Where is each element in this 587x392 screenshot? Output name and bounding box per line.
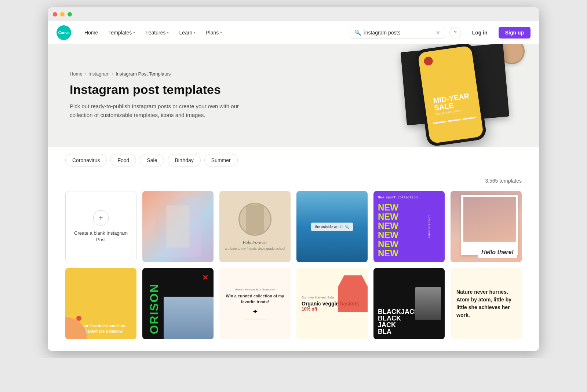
browser-window: Canva Home Templates ▾ Features ▾ Learn … bbox=[48, 7, 539, 351]
template-watercolor-woman[interactable] bbox=[142, 191, 214, 262]
signup-button[interactable]: Sign up bbox=[499, 27, 531, 39]
search-icon: 🔍 bbox=[354, 29, 361, 36]
login-button[interactable]: Log in bbox=[466, 27, 494, 39]
breadcrumb: Home › Instagram › Instagram Post Templa… bbox=[70, 71, 246, 77]
features-chevron-icon: ▾ bbox=[167, 30, 169, 34]
search-area: 🔍 ✕ ? Log in Sign up bbox=[350, 27, 531, 39]
hello-text: Hello there! bbox=[478, 247, 517, 258]
template-grid: + Create a blank Instagram Post Pals For… bbox=[48, 187, 539, 351]
template-count-bar: 3,565 templates bbox=[48, 174, 539, 187]
close-dot[interactable] bbox=[53, 12, 57, 17]
canva-logo[interactable]: Canva bbox=[56, 25, 71, 40]
nav-home[interactable]: Home bbox=[80, 27, 102, 39]
template-sport-collection[interactable]: New sport collection NEW NEW NEW NEW NEW… bbox=[373, 191, 445, 262]
template-count: 3,565 templates bbox=[485, 178, 522, 184]
plans-chevron-icon: ▾ bbox=[220, 30, 222, 34]
clear-search-icon[interactable]: ✕ bbox=[436, 30, 440, 36]
dot-decoration bbox=[76, 316, 81, 321]
breadcrumb-home[interactable]: Home bbox=[70, 71, 83, 77]
search-input[interactable] bbox=[364, 30, 433, 36]
hero-title: Instagram post templates bbox=[70, 83, 246, 97]
blank-card-label: Create a blank Instagram Post bbox=[66, 230, 136, 243]
template-ocean[interactable]: the outside world 🔍 bbox=[296, 191, 368, 262]
nav-plans[interactable]: Plans ▾ bbox=[201, 27, 226, 39]
nav-templates[interactable]: Templates ▾ bbox=[104, 27, 139, 39]
plus-icon: + bbox=[93, 210, 109, 226]
orison-x: ✕ bbox=[202, 273, 208, 282]
titlebar bbox=[48, 7, 539, 21]
minimize-dot[interactable] bbox=[60, 12, 65, 17]
learn-chevron-icon: ▾ bbox=[194, 30, 196, 34]
sport-header-text: New sport collection bbox=[378, 195, 440, 199]
hero-decoration: · · · MID-YEAR SALE LIMITED TIME OFFER bbox=[371, 44, 525, 147]
breadcrumb-sep-1: › bbox=[85, 71, 86, 77]
nature-text: Nature never hurries. Atom by atom, litt… bbox=[456, 288, 516, 319]
filter-food[interactable]: Food bbox=[110, 154, 136, 166]
maximize-dot[interactable] bbox=[68, 12, 72, 17]
nav-links: Home Templates ▾ Features ▾ Learn ▾ Plan… bbox=[80, 27, 226, 39]
filter-summer[interactable]: Summer bbox=[204, 154, 238, 166]
hero-content: Home › Instagram › Instagram Post Templa… bbox=[70, 71, 246, 120]
nav-features[interactable]: Features ▾ bbox=[141, 27, 173, 39]
help-button[interactable]: ? bbox=[449, 27, 461, 39]
breadcrumb-current: Instagram Post Templates bbox=[116, 71, 171, 77]
blackjack-text-4: BLA bbox=[378, 328, 440, 335]
phone-decoration: · · · MID-YEAR SALE LIMITED TIME OFFER bbox=[421, 46, 481, 143]
filter-sale[interactable]: Sale bbox=[140, 154, 164, 166]
template-orison[interactable]: ORISON ✕ bbox=[142, 268, 214, 339]
navbar: Canva Home Templates ▾ Features ▾ Learn … bbox=[48, 21, 539, 44]
hero-section: Home › Instagram › Instagram Post Templa… bbox=[48, 44, 539, 147]
filter-birthday[interactable]: Birthday bbox=[168, 154, 200, 166]
template-pamper[interactable]: Rose's Pamper Box Giveaway Win a curated… bbox=[219, 268, 291, 339]
filter-bar: Coronavirus Food Sale Birthday Summer bbox=[48, 147, 539, 174]
hand-decoration bbox=[338, 275, 368, 312]
blackjack-text-3: JACK bbox=[378, 322, 440, 328]
ocean-search-bar: the outside world 🔍 bbox=[311, 223, 353, 231]
template-nature[interactable]: Nature never hurries. Atom by atom, litt… bbox=[451, 268, 522, 339]
template-organic[interactable]: Summer Harvest Sale Organic veggie baske… bbox=[296, 268, 368, 339]
sport-side-text: 10% off on orders bbox=[428, 215, 431, 238]
filter-coronavirus[interactable]: Coronavirus bbox=[65, 154, 107, 166]
hero-description: Pick out ready-to-publish Instagram post… bbox=[70, 102, 246, 120]
template-sunshine[interactable]: Keep your face to the sunshine and you c… bbox=[65, 268, 136, 339]
pamper-title: Rose's Pamper Box Giveaway bbox=[235, 288, 275, 291]
templates-chevron-icon: ▾ bbox=[133, 30, 135, 34]
template-hello-there[interactable]: Hello there! bbox=[451, 191, 522, 262]
pamper-text: Win a curated collection of my favorite … bbox=[224, 293, 286, 305]
breadcrumb-sep-2: › bbox=[112, 71, 113, 77]
search-box: 🔍 ✕ bbox=[350, 27, 445, 39]
nav-learn[interactable]: Learn ▾ bbox=[175, 27, 200, 39]
create-blank-card[interactable]: + Create a blank Instagram Post bbox=[65, 191, 136, 262]
template-blackjack[interactable]: BLACKJACK BLACK JACK BLA bbox=[373, 268, 445, 339]
breadcrumb-instagram[interactable]: Instagram bbox=[88, 71, 110, 77]
template-pals-forever[interactable]: Pals Forever a tribute to my friends sin… bbox=[219, 191, 291, 262]
orison-text: ORISON bbox=[147, 283, 161, 334]
wave-decoration bbox=[65, 317, 87, 339]
